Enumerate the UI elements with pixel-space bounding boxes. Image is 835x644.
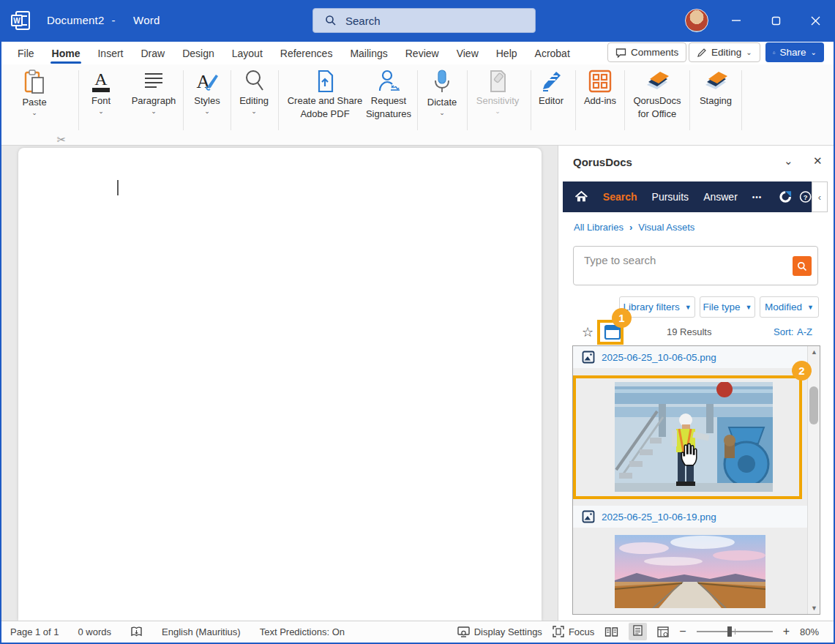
svg-text:A: A (94, 70, 108, 89)
maximize-button[interactable] (767, 12, 785, 29)
panel-search-button[interactable] (793, 256, 812, 276)
titlebar-search-label: Search (345, 15, 381, 27)
tab-insert[interactable]: Insert (89, 42, 132, 64)
scrollbar-thumb[interactable] (809, 386, 818, 424)
proofing-icon[interactable] (130, 626, 143, 638)
word-count[interactable]: 0 words (78, 626, 112, 637)
panel-collapse-button[interactable]: ‹ (812, 181, 828, 212)
minimize-button[interactable] (727, 12, 745, 29)
text-predictions[interactable]: Text Predictions: On (260, 626, 345, 637)
document-page[interactable] (18, 148, 542, 621)
qorusdocs-book-icon (643, 69, 672, 94)
sort-value[interactable]: A-Z (797, 326, 812, 337)
chevron-down-icon: ⌄ (204, 108, 210, 115)
styles-button[interactable]: A Styles ⌄ (189, 69, 225, 115)
results-scrollbar[interactable]: ▲ ▼ (807, 346, 820, 614)
add-ins-button[interactable]: Add-ins (581, 69, 619, 107)
print-layout-button[interactable] (629, 623, 647, 640)
ribbon: Paste ⌄ ✂ A Font ⌄ Paragraph ⌄ (0, 64, 835, 146)
close-button[interactable] (806, 12, 824, 29)
text-cursor (117, 180, 119, 195)
window-left-border (0, 0, 1, 644)
tab-review[interactable]: Review (397, 42, 448, 64)
nav-more-icon[interactable]: ••• (752, 193, 763, 201)
tab-home[interactable]: Home (43, 42, 89, 64)
web-layout-icon[interactable] (657, 626, 669, 637)
sort-label: Sort: (774, 326, 793, 337)
annotation-box-2 (573, 375, 802, 499)
result-filename[interactable]: 2025-06-25_10-06-05.png (602, 352, 716, 363)
paste-button[interactable]: Paste ⌄ (18, 69, 51, 116)
tab-view[interactable]: View (448, 42, 487, 64)
editor-button[interactable]: Editor (534, 69, 568, 107)
qorus-logo-icon[interactable] (778, 187, 793, 206)
search-icon (797, 261, 807, 272)
request-signatures-button[interactable]: Request Signatures (364, 69, 413, 121)
document-name: Document2 (47, 14, 105, 26)
zoom-slider-handle[interactable] (727, 626, 732, 637)
tab-acrobat[interactable]: Acrobat (526, 42, 579, 64)
adobe-pdf-icon (314, 69, 336, 94)
qorusdocs-for-office-button[interactable]: QorusDocs for Office (629, 69, 685, 121)
panel-search-input[interactable] (584, 254, 767, 266)
font-button[interactable]: A Font ⌄ (82, 69, 120, 115)
scroll-up-icon[interactable]: ▲ (808, 346, 820, 358)
read-mode-icon[interactable] (604, 626, 618, 637)
tab-draw[interactable]: Draw (132, 42, 173, 64)
tab-help[interactable]: Help (487, 42, 526, 64)
zoom-level[interactable]: 80% (800, 626, 819, 637)
chevron-down-icon: ⌄ (151, 108, 157, 115)
zoom-out-icon[interactable]: − (679, 625, 686, 638)
user-avatar[interactable] (685, 9, 708, 32)
help-icon[interactable]: ? (799, 189, 812, 205)
result-row-2[interactable]: 2025-06-25_10-06-19.png (573, 506, 809, 528)
result-filename[interactable]: 2025-06-25_10-06-19.png (602, 512, 716, 523)
tab-layout[interactable]: Layout (223, 42, 272, 64)
breadcrumb-visual-assets[interactable]: Visual Assets (638, 222, 694, 233)
modified-dropdown[interactable]: Modified ▼ (760, 296, 819, 318)
styles-icon: A (194, 69, 220, 94)
file-type-dropdown[interactable]: File type ▼ (700, 296, 755, 318)
editing-mode-button[interactable]: Editing ⌄ (689, 42, 760, 62)
cut-button[interactable]: ✂ (54, 133, 69, 146)
breadcrumb-all-libraries[interactable]: All Libraries (574, 222, 624, 233)
zoom-in-icon[interactable]: + (783, 625, 790, 638)
favorites-star-icon[interactable]: ☆ (582, 324, 594, 340)
zoom-slider[interactable] (697, 631, 773, 632)
display-settings-button[interactable]: Display Settings (457, 626, 542, 637)
staging-button[interactable]: Staging (695, 69, 736, 107)
panel-title: QorusDocs (573, 156, 632, 168)
sensitivity-button: Sensitivity ⌄ (474, 69, 521, 115)
focus-button[interactable]: Focus (553, 626, 594, 637)
thumbnail-image-2[interactable] (615, 535, 765, 608)
page-indicator[interactable]: Page 1 of 1 (10, 626, 59, 637)
share-button[interactable]: Share ⌄ (765, 42, 824, 62)
sensitivity-icon (487, 69, 509, 94)
nav-search[interactable]: Search (603, 191, 637, 203)
titlebar-search-box[interactable]: Search (312, 8, 536, 33)
caret-down-icon: ▼ (807, 304, 814, 311)
tab-design[interactable]: Design (173, 42, 223, 64)
paragraph-button[interactable]: Paragraph ⌄ (128, 69, 179, 115)
tab-references[interactable]: References (272, 42, 342, 64)
nav-answer[interactable]: Answer (703, 191, 738, 203)
comments-button[interactable]: Comments (607, 42, 686, 62)
nav-pursuits[interactable]: Pursuits (652, 191, 689, 203)
scroll-down-icon[interactable]: ▼ (808, 602, 820, 614)
tab-mailings[interactable]: Mailings (341, 42, 396, 64)
svg-text:W: W (13, 17, 20, 25)
editing-button[interactable]: Editing ⌄ (234, 69, 274, 115)
language-indicator[interactable]: English (Mauritius) (162, 626, 241, 637)
annotation-step-1: 1 (612, 308, 632, 328)
tab-file[interactable]: File (9, 42, 43, 64)
create-share-adobe-pdf-button[interactable]: Create and Share Adobe PDF (284, 69, 366, 121)
panel-close-icon[interactable]: ✕ (813, 154, 823, 168)
panel-options-chevron-icon[interactable]: ⌄ (784, 154, 793, 168)
print-layout-icon (633, 625, 643, 636)
home-icon[interactable] (574, 189, 588, 205)
caret-down-icon: ▼ (685, 304, 692, 311)
dictate-button[interactable]: Dictate ⌄ (423, 69, 461, 116)
add-ins-icon (588, 69, 613, 94)
result-row-1[interactable]: 2025-06-25_10-06-05.png (573, 346, 809, 368)
pencil-icon (697, 48, 707, 58)
